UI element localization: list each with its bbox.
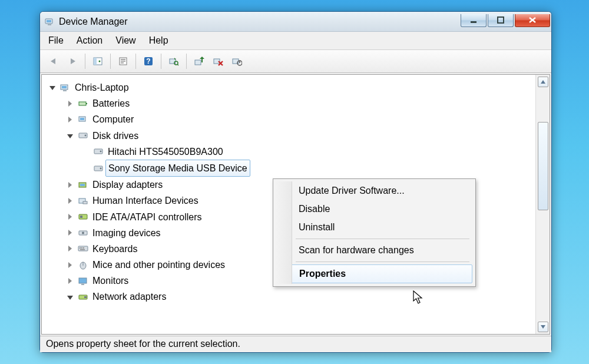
vertical-scrollbar[interactable]: [535, 75, 550, 334]
update-driver-button[interactable]: [191, 54, 207, 69]
expander-icon[interactable]: [67, 132, 74, 139]
svg-text:?: ?: [146, 57, 150, 65]
node-label: Hitachi HTS545050B9A300: [108, 144, 223, 160]
node-label: Display adapters: [92, 177, 163, 193]
node-label: Chris-Laptop: [75, 80, 129, 95]
context-menu-gutter: [276, 181, 292, 284]
minimize-button[interactable]: [461, 14, 487, 27]
display-adapter-icon: [77, 180, 89, 190]
expander-icon[interactable]: [67, 181, 74, 188]
svg-rect-50: [81, 284, 84, 285]
scroll-down-button[interactable]: [538, 322, 548, 332]
mouse-icon: [77, 260, 89, 270]
monitor-icon: [77, 276, 89, 286]
menu-bar: File Action View Help: [40, 32, 551, 49]
svg-point-29: [85, 135, 87, 137]
expander-icon[interactable]: [67, 277, 74, 284]
toolbar: ?: [40, 49, 551, 73]
network-adapter-icon: [77, 292, 89, 302]
expander-icon[interactable]: [67, 262, 74, 269]
svg-rect-22: [62, 86, 67, 88]
expander-icon[interactable]: [67, 245, 74, 252]
expander-icon[interactable]: [67, 197, 74, 204]
disk-icon: [92, 163, 104, 174]
selected-node-label[interactable]: Sony Storage Media USB Device: [105, 160, 250, 177]
ctx-disable[interactable]: Disable: [276, 200, 472, 218]
svg-rect-9: [121, 59, 125, 60]
svg-point-33: [100, 167, 102, 169]
node-label: Disk drives: [92, 128, 138, 144]
ide-controller-icon: [77, 211, 89, 222]
menu-file[interactable]: File: [48, 35, 64, 46]
svg-rect-25: [86, 103, 87, 104]
svg-line-16: [177, 64, 178, 65]
node-label: Human Interface Devices: [92, 193, 198, 209]
expander-icon[interactable]: [67, 100, 74, 107]
close-button[interactable]: [515, 14, 550, 27]
title-bar[interactable]: Device Manager: [40, 12, 551, 32]
status-text: Opens property sheet for the current sel…: [46, 339, 240, 349]
node-label: Mice and other pointing devices: [92, 257, 225, 273]
svg-rect-11: [121, 62, 124, 64]
expander-icon[interactable]: [67, 116, 74, 123]
app-icon: [45, 16, 55, 27]
svg-rect-6: [94, 58, 97, 65]
scan-hardware-button[interactable]: [166, 54, 181, 69]
svg-rect-2: [48, 24, 51, 25]
svg-rect-3: [471, 21, 477, 23]
node-label: Monitors: [92, 273, 128, 289]
properties-button[interactable]: [115, 54, 131, 69]
imaging-icon: [77, 227, 89, 238]
svg-rect-27: [80, 118, 84, 120]
maximize-button[interactable]: [488, 14, 514, 27]
ctx-update-driver[interactable]: Update Driver Software...: [276, 182, 472, 200]
show-hide-tree-button[interactable]: [90, 54, 105, 69]
menu-view[interactable]: View: [115, 35, 135, 46]
svg-rect-49: [79, 278, 87, 283]
scroll-thumb[interactable]: [538, 122, 548, 210]
ctx-properties[interactable]: Properties: [276, 264, 472, 283]
svg-point-41: [82, 232, 84, 234]
svg-rect-52: [84, 296, 87, 298]
svg-point-31: [100, 151, 102, 153]
status-bar: Opens property sheet for the current sel…: [40, 336, 551, 352]
svg-rect-17: [195, 60, 201, 65]
forward-button[interactable]: [65, 54, 80, 69]
battery-icon: [77, 98, 89, 109]
expander-icon[interactable]: [49, 84, 56, 91]
menu-action[interactable]: Action: [77, 35, 102, 46]
svg-rect-37: [83, 201, 87, 204]
svg-rect-35: [80, 184, 85, 186]
menu-help[interactable]: Help: [149, 35, 168, 46]
keyboard-icon: [77, 243, 89, 254]
help-button[interactable]: ?: [141, 54, 156, 69]
ctx-uninstall[interactable]: Uninstall: [276, 219, 472, 236]
node-label: Imaging devices: [92, 225, 161, 241]
disable-button[interactable]: [229, 54, 244, 69]
svg-rect-10: [121, 61, 125, 62]
disk-icon: [77, 130, 89, 141]
svg-rect-39: [80, 216, 82, 218]
svg-rect-4: [498, 17, 504, 23]
svg-rect-1: [47, 20, 51, 22]
computer-icon: [77, 114, 89, 125]
node-label: Network adapters: [92, 289, 166, 305]
disk-icon: [92, 146, 104, 157]
expander-icon[interactable]: [67, 229, 74, 236]
svg-point-7: [99, 61, 101, 62]
expander-icon[interactable]: [67, 213, 74, 220]
back-button[interactable]: [46, 54, 61, 69]
hid-icon: [77, 196, 89, 206]
uninstall-button[interactable]: [210, 54, 226, 69]
svg-rect-44: [81, 247, 82, 249]
computer-icon: [59, 82, 71, 93]
ctx-scan-hardware[interactable]: Scan for hardware changes: [276, 241, 472, 259]
scroll-up-button[interactable]: [538, 77, 548, 87]
node-label: Batteries: [92, 95, 130, 111]
context-menu: Update Driver Software... Disable Uninst…: [273, 178, 476, 287]
window-title: Device Manager: [59, 16, 461, 27]
svg-rect-24: [79, 102, 86, 105]
svg-rect-45: [83, 247, 84, 249]
node-label: IDE ATA/ATAPI controllers: [92, 209, 202, 225]
expander-icon[interactable]: [67, 293, 74, 300]
